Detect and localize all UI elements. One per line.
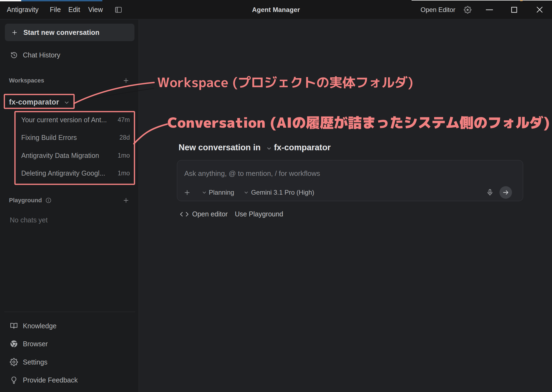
workspaces-header: Workspaces <box>9 77 44 84</box>
heading-prefix: New conversation in <box>179 143 260 152</box>
chevron-down-icon[interactable] <box>266 146 272 151</box>
chevron-down-icon[interactable] <box>244 190 249 195</box>
conversation-item[interactable]: Your current version of Ant... 47m <box>0 113 139 127</box>
chat-history-label: Chat History <box>23 51 60 59</box>
window-maximize-button[interactable] <box>511 7 517 13</box>
history-icon <box>10 51 18 59</box>
conversation-time: 47m <box>118 116 130 124</box>
sidebar-item-knowledge[interactable]: Knowledge <box>0 318 139 333</box>
no-chats-label: No chats yet <box>10 216 48 224</box>
playground-header: Playground <box>9 197 51 204</box>
conversation-title: Fixing Build Errors <box>21 134 77 142</box>
send-button[interactable] <box>499 186 512 199</box>
add-workspace-button[interactable] <box>123 77 129 84</box>
window-close-button[interactable] <box>536 7 543 13</box>
conversation-item[interactable]: Fixing Build Errors 28d <box>0 131 139 144</box>
plus-icon <box>11 29 18 36</box>
composer-toolbar: Planning Gemini 3.1 Pro (High) <box>177 188 523 197</box>
annotation-leader-conversation <box>134 124 167 144</box>
arrow-right-icon <box>502 189 509 196</box>
sidebar-item-settings[interactable]: Settings <box>0 354 139 370</box>
add-playground-button[interactable] <box>123 197 129 204</box>
open-editor-link[interactable]: Open editor <box>192 210 228 218</box>
workspace-name: fx-comparator <box>9 98 59 106</box>
use-playground-link[interactable]: Use Playground <box>235 210 283 218</box>
sidebar-divider <box>4 312 135 312</box>
model-selector[interactable]: Gemini 3.1 Pro (High) <box>251 189 314 196</box>
nav-label: Browser <box>23 340 48 348</box>
plus-icon <box>123 77 129 84</box>
annotation-text-conversation <box>168 116 549 130</box>
conversation-time: 28d <box>119 134 130 141</box>
browser-icon <box>10 340 18 348</box>
mic-button[interactable] <box>486 188 495 197</box>
nav-label: Knowledge <box>23 322 57 330</box>
nav-label: Settings <box>23 358 47 366</box>
window-minimize-button[interactable] <box>486 9 493 10</box>
conversation-time: 1mo <box>118 170 130 177</box>
conversation-item[interactable]: Deleting Antigravity Googl... 1mo <box>0 166 139 180</box>
screen-edge-blue-strip <box>21 0 102 1</box>
settings-gear-icon[interactable] <box>464 6 471 14</box>
chevron-down-icon[interactable] <box>202 190 207 195</box>
mode-selector[interactable]: Planning <box>209 189 234 196</box>
sidebar: Start new conversation Chat History Work… <box>0 20 139 392</box>
open-editor-button[interactable]: Open Editor <box>421 0 455 19</box>
conversation-item[interactable]: Antigravity Data Migration 1mo <box>0 149 139 162</box>
screen-edge-light-strip-right <box>412 0 552 1</box>
composer[interactable]: Ask anything, @ to mention, / for workfl… <box>177 160 523 201</box>
start-new-conversation-button[interactable]: Start new conversation <box>5 24 134 41</box>
conversation-time: 1mo <box>118 152 130 159</box>
code-icon <box>180 211 189 217</box>
heading-workspace-name[interactable]: fx-comparator <box>274 143 330 152</box>
sidebar-item-browser[interactable]: Browser <box>0 336 139 351</box>
screen-edge-gold-tick <box>520 0 523 1</box>
info-icon[interactable] <box>45 197 51 203</box>
workspace-selector[interactable]: fx-comparator <box>9 97 69 107</box>
screen-edge-light-strip <box>0 0 21 1</box>
conversation-title: Antigravity Data Migration <box>21 152 99 160</box>
nav-label: Provide Feedback <box>23 376 78 384</box>
playground-label: Playground <box>9 197 42 204</box>
conversation-title: Your current version of Ant... <box>21 116 107 124</box>
composer-placeholder[interactable]: Ask anything, @ to mention, / for workfl… <box>184 169 320 178</box>
attach-plus-icon[interactable] <box>184 189 191 196</box>
lightbulb-icon <box>10 376 18 384</box>
chat-history-item[interactable]: Chat History <box>0 47 139 63</box>
titlebar: Antigravity File Edit View Agent Manager… <box>0 0 552 19</box>
annotation-text-workspace <box>158 76 412 90</box>
book-icon <box>10 322 18 330</box>
quick-links: Open editor Use Playground <box>180 210 283 218</box>
plus-icon <box>123 197 129 204</box>
gear-icon <box>10 358 18 366</box>
chevron-down-icon <box>64 100 69 105</box>
start-new-conversation-label: Start new conversation <box>23 29 99 36</box>
conversation-title: Deleting Antigravity Googl... <box>21 169 105 177</box>
mic-icon <box>486 189 494 196</box>
new-conversation-heading: New conversation in fx-comparator <box>179 143 331 152</box>
sidebar-item-feedback[interactable]: Provide Feedback <box>0 372 139 388</box>
